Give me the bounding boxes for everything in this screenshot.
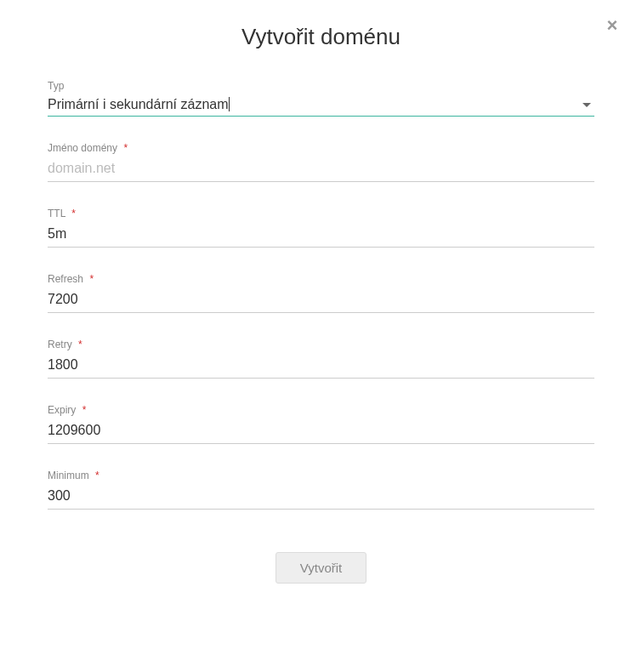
type-field: Typ Primární i sekundární záznam xyxy=(48,80,594,117)
create-button[interactable]: Vytvořit xyxy=(276,552,366,584)
minimum-label: Minimum * xyxy=(48,470,594,481)
retry-input[interactable] xyxy=(48,356,594,374)
ttl-input-wrap xyxy=(48,225,594,248)
chevron-down-icon xyxy=(582,103,591,107)
ttl-label: TTL * xyxy=(48,208,594,219)
required-mark: * xyxy=(78,339,82,350)
type-value-text: Primární i sekundární záznam xyxy=(48,97,230,111)
ttl-label-text: TTL xyxy=(48,208,65,219)
domain-name-input[interactable] xyxy=(48,159,594,178)
required-mark: * xyxy=(89,273,94,285)
create-domain-modal: × Vytvořit doménu Typ Primární i sekundá… xyxy=(0,0,642,672)
minimum-input[interactable] xyxy=(48,487,594,505)
minimum-field: Minimum * xyxy=(48,470,594,510)
type-select[interactable]: Primární i sekundární záznam xyxy=(48,97,594,117)
close-icon: × xyxy=(607,14,618,37)
domain-name-field: Jméno domény * xyxy=(48,142,594,182)
refresh-input[interactable] xyxy=(48,290,594,309)
domain-label-text: Jméno domény xyxy=(48,142,117,154)
minimum-label-text: Minimum xyxy=(48,470,89,481)
domain-name-label: Jméno domény * xyxy=(48,142,594,154)
domain-input-wrap xyxy=(48,159,594,182)
refresh-field: Refresh * xyxy=(48,273,594,313)
expiry-input[interactable] xyxy=(48,421,594,440)
type-label-text: Typ xyxy=(48,80,64,92)
retry-label: Retry * xyxy=(48,339,594,350)
required-mark: * xyxy=(71,208,76,219)
required-mark: * xyxy=(123,142,128,154)
retry-input-wrap xyxy=(48,356,594,379)
modal-title: Vytvořit doménu xyxy=(0,0,642,80)
expiry-label-text: Expiry xyxy=(48,404,76,416)
expiry-input-wrap xyxy=(48,421,594,444)
ttl-field: TTL * xyxy=(48,208,594,248)
ttl-input[interactable] xyxy=(48,225,594,243)
close-button[interactable]: × xyxy=(604,17,621,34)
retry-field: Retry * xyxy=(48,339,594,379)
refresh-label: Refresh * xyxy=(48,273,594,285)
domain-form: Typ Primární i sekundární záznam Jméno d… xyxy=(0,80,642,609)
type-label: Typ xyxy=(48,80,594,92)
minimum-input-wrap xyxy=(48,487,594,510)
retry-label-text: Retry xyxy=(48,339,72,350)
expiry-label: Expiry * xyxy=(48,404,594,416)
submit-container: Vytvořit xyxy=(48,535,594,609)
refresh-label-text: Refresh xyxy=(48,273,83,285)
type-select-value: Primární i sekundární záznam xyxy=(48,97,582,112)
expiry-field: Expiry * xyxy=(48,404,594,444)
required-mark: * xyxy=(82,404,87,416)
required-mark: * xyxy=(95,470,99,481)
refresh-input-wrap xyxy=(48,290,594,313)
